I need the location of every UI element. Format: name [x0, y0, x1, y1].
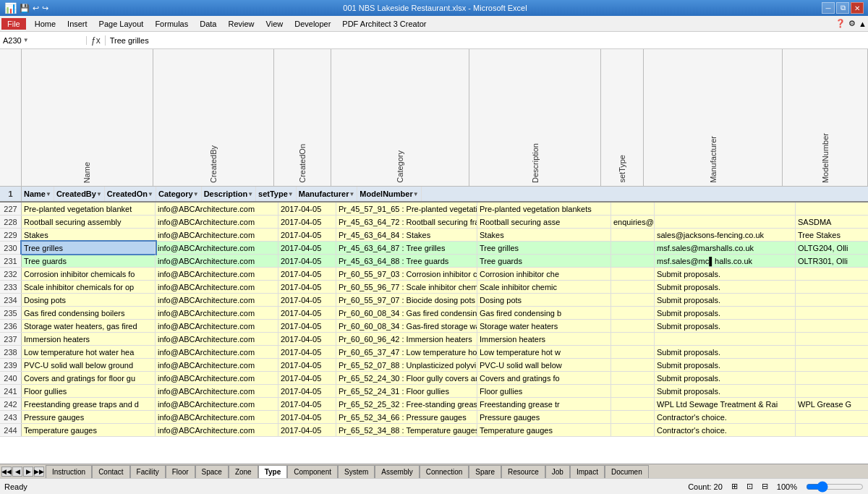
table-cell[interactable]: info@ABCArchitecture.com: [156, 346, 278, 358]
table-cell[interactable]: Freestanding grease traps and d: [22, 398, 156, 410]
sheet-tab-job[interactable]: Job: [545, 465, 570, 478]
table-cell[interactable]: WPL Grease G: [796, 398, 868, 410]
col-H-filter-icon[interactable]: ▼: [413, 191, 419, 197]
table-cell[interactable]: Pr_65_52_34_66 : Pressure gauges: [336, 411, 477, 423]
filter-cell-F[interactable]: setType ▼: [256, 187, 297, 201]
table-cell[interactable]: Freestanding grease tr: [477, 398, 611, 410]
table-cell[interactable]: [611, 333, 655, 345]
table-cell[interactable]: Temperature gauges: [477, 424, 611, 436]
quick-access-save[interactable]: 💾: [20, 4, 30, 13]
table-cell[interactable]: Contractor's choice.: [655, 424, 796, 436]
table-cell[interactable]: [611, 307, 655, 319]
table-cell[interactable]: [611, 372, 655, 384]
table-cell[interactable]: Pr_65_52_34_88 : Temperature gauges: [336, 424, 477, 436]
table-cell[interactable]: OLTR301, Olli: [796, 255, 868, 267]
table-cell[interactable]: info@ABCArchitecture.com: [156, 320, 278, 332]
table-cell[interactable]: [796, 424, 868, 436]
column-header-F[interactable]: setType: [601, 49, 644, 186]
table-cell[interactable]: Low temperature hot water hea: [22, 346, 156, 358]
column-header-B[interactable]: CreatedBy: [153, 49, 274, 186]
table-cell[interactable]: Pr_65_52_24_31 : Floor gullies: [336, 385, 477, 397]
view-menu[interactable]: View: [260, 18, 289, 30]
table-cell[interactable]: Covers and gratings fo: [477, 372, 611, 384]
table-cell[interactable]: info@ABCArchitecture.com: [156, 268, 278, 280]
table-row[interactable]: 228Rootball securing assemblyinfo@ABCArc…: [0, 216, 868, 229]
table-cell[interactable]: Scale inhibitor chemicals for op: [22, 281, 156, 293]
restore-button[interactable]: ⧉: [836, 2, 849, 14]
table-cell[interactable]: info@ABCArchitecture.com: [156, 333, 278, 345]
table-cell[interactable]: 2017-04-05: [278, 307, 336, 319]
table-cell[interactable]: Submit proposals.: [655, 385, 796, 397]
table-cell[interactable]: 2017-04-05: [278, 372, 336, 384]
table-cell[interactable]: Pressure gauges: [477, 411, 611, 423]
sheet-tab-component[interactable]: Component: [287, 465, 338, 478]
table-cell[interactable]: Pr_60_60_08_34 : Gas fired condensing bo…: [336, 307, 477, 319]
table-cell[interactable]: [611, 294, 655, 306]
review-menu[interactable]: Review: [222, 18, 260, 30]
table-cell[interactable]: SASDMA: [796, 216, 868, 228]
table-cell[interactable]: Pr_65_52_25_32 : Free-standing grease tr…: [336, 398, 477, 410]
table-cell[interactable]: [796, 281, 868, 293]
column-header-A[interactable]: Name: [22, 49, 153, 186]
sheet-tab-assembly[interactable]: Assembly: [375, 465, 419, 478]
table-cell[interactable]: sales@jacksons-fencing.co.uk: [655, 229, 796, 241]
table-cell[interactable]: [611, 346, 655, 358]
table-cell[interactable]: Pr_45_57_91_65 : Pre-planted vegetation: [336, 203, 477, 215]
quick-access-redo[interactable]: ↪: [42, 4, 48, 13]
layout-page-icon[interactable]: ⊡: [746, 482, 753, 491]
table-cell[interactable]: Tree guards: [477, 255, 611, 267]
table-row[interactable]: 227Pre-planted vegetation blanketinfo@AB…: [0, 203, 868, 216]
formula-input[interactable]: Tree grilles: [106, 36, 868, 45]
developer-menu[interactable]: Developer: [289, 18, 336, 30]
table-cell[interactable]: 2017-04-05: [278, 268, 336, 280]
table-cell[interactable]: Floor gullies: [477, 385, 611, 397]
table-cell[interactable]: Pre-planted vegetation blanket: [22, 203, 156, 215]
table-row[interactable]: 232Corrosion inhibitor chemicals foinfo@…: [0, 268, 868, 281]
table-cell[interactable]: Floor gullies: [22, 385, 156, 397]
table-cell[interactable]: enquiries@greenleaftrees.co.uk: [611, 216, 655, 228]
table-cell[interactable]: [796, 294, 868, 306]
sheet-tab-spare[interactable]: Spare: [469, 465, 501, 478]
table-cell[interactable]: msf.sales@marshalls.co.uk: [655, 242, 796, 254]
table-cell[interactable]: [655, 333, 796, 345]
col-A-filter-icon[interactable]: ▼: [46, 191, 51, 197]
table-cell[interactable]: Submit proposals.: [655, 372, 796, 384]
pdf-menu[interactable]: PDF Architect 3 Creator: [336, 18, 432, 30]
table-cell[interactable]: info@ABCArchitecture.com: [156, 372, 278, 384]
table-cell[interactable]: [655, 216, 796, 228]
table-cell[interactable]: [796, 359, 868, 371]
table-row[interactable]: 230Tree grillesinfo@ABCArchitecture.com2…: [0, 242, 868, 255]
table-cell[interactable]: [796, 411, 868, 423]
table-cell[interactable]: Tree guards: [22, 255, 156, 267]
table-cell[interactable]: info@ABCArchitecture.com: [156, 294, 278, 306]
col-F-filter-icon[interactable]: ▼: [288, 191, 294, 197]
table-cell[interactable]: Dosing pots: [22, 294, 156, 306]
filter-cell-E[interactable]: Description ▼: [202, 187, 256, 201]
table-cell[interactable]: OLTG204, Olli: [796, 242, 868, 254]
table-row[interactable]: 231Tree guardsinfo@ABCArchitecture.com20…: [0, 255, 868, 268]
table-row[interactable]: 235Gas fired condensing boilersinfo@ABCA…: [0, 307, 868, 320]
table-cell[interactable]: Gas fired condensing b: [477, 307, 611, 319]
table-cell[interactable]: Temperature gauges: [22, 424, 156, 436]
table-cell[interactable]: info@ABCArchitecture.com: [156, 398, 278, 410]
table-cell[interactable]: Submit proposals.: [655, 359, 796, 371]
table-row[interactable]: 239PVC-U solid wall below groundinfo@ABC…: [0, 359, 868, 372]
quick-access-undo[interactable]: ↩: [33, 4, 39, 13]
table-cell[interactable]: Corrosion inhibitor chemicals fo: [22, 268, 156, 280]
table-cell[interactable]: Pr_60_55_96_77 : Scale inhibitor chemica…: [336, 281, 477, 293]
table-cell[interactable]: Gas fired condensing boilers: [22, 307, 156, 319]
table-cell[interactable]: Stakes: [477, 229, 611, 241]
table-cell[interactable]: 2017-04-05: [278, 281, 336, 293]
table-cell[interactable]: 2017-04-05: [278, 398, 336, 410]
table-row[interactable]: 236Storage water heaters, gas firedinfo@…: [0, 320, 868, 333]
insert-menu[interactable]: Insert: [61, 18, 93, 30]
table-cell[interactable]: Rootball securing asse: [477, 216, 611, 228]
column-header-D[interactable]: Category: [331, 49, 470, 186]
table-row[interactable]: 244Temperature gaugesinfo@ABCArchitectur…: [0, 424, 868, 437]
help-icon[interactable]: ❓: [835, 19, 846, 28]
table-cell[interactable]: [611, 255, 655, 267]
table-cell[interactable]: Covers and gratings for floor gu: [22, 372, 156, 384]
table-cell[interactable]: Scale inhibitor chemic: [477, 281, 611, 293]
table-cell[interactable]: [796, 320, 868, 332]
table-cell[interactable]: 2017-04-05: [278, 229, 336, 241]
